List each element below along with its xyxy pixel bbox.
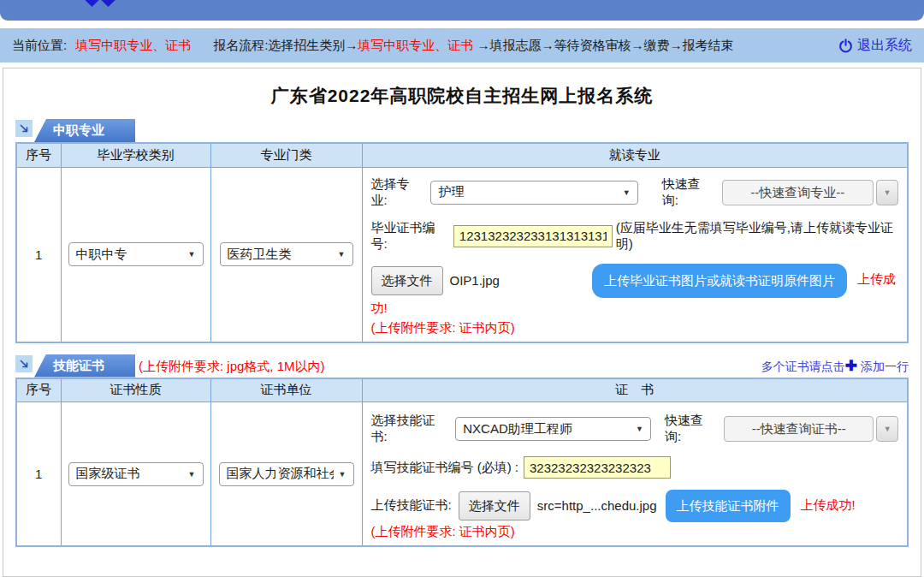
chevron-down-icon: ▼ (188, 470, 196, 479)
skill-cert-no-input[interactable] (524, 456, 671, 479)
add-row-link[interactable]: 多个证书请点击✚ 添加一行 (761, 357, 909, 378)
row-index: 1 (16, 167, 61, 342)
page-title: 广东省2022年高职院校自主招生网上报名系统 (15, 84, 909, 108)
chosen-file-name: OIP1.jpg (450, 273, 500, 288)
chevron-down-icon: ▼ (338, 250, 346, 259)
quick-query-major-combobox[interactable]: --快速查询专业-- (722, 180, 874, 205)
chosen-file-name: src=http_...chedu.jpg (537, 498, 657, 513)
school-type-value: 中职中专 (76, 247, 127, 263)
skill-cert-no-label: 填写技能证书编号 (必填) : (371, 460, 519, 476)
logout-label: 退出系统 (857, 37, 912, 55)
flow-current-step: 填写中职专业、证书 (358, 38, 473, 52)
col-header-certificate: 证 书 (362, 378, 908, 402)
upload-status: 上传成功! (801, 497, 856, 512)
col-header-index: 序号 (16, 378, 61, 402)
flow-prefix: 报名流程:选择招生类别→ (213, 38, 358, 52)
major-section-header: 中职专业 (15, 120, 909, 142)
select-skill-cert-label: 选择技能证书: (371, 413, 451, 445)
section-arrow-icon (15, 120, 33, 137)
cert-table-row: 1 国家级证书▼ 国家人力资源和社会▼ 选择技能证书: NXCAD助理工程师▼ … (16, 402, 908, 547)
cert-upload-requirement-note: (上传附件要求: jpg格式, 1M以内) (139, 359, 325, 378)
main-content: 广东省2022年高职院校自主招生网上报名系统 中职专业 序号 毕业学校类别 专业… (3, 68, 921, 577)
choose-file-button[interactable]: 选择文件 (459, 491, 530, 520)
chevron-down-icon: ▼ (623, 188, 631, 197)
breadcrumb-bar: 当前位置: 填写中职专业、证书 报名流程:选择招生类别→填写中职专业、证书 →填… (0, 28, 924, 62)
cert-unit-select[interactable]: 国家人力资源和社会▼ (219, 462, 354, 486)
breadcrumb: 当前位置: 填写中职专业、证书 报名流程:选择招生类别→填写中职专业、证书 →填… (12, 38, 838, 54)
chevron-down-icon: ▼ (339, 470, 346, 479)
col-header-major-category: 专业门类 (210, 143, 362, 167)
attachment-note: (上传附件要求: 证书内页) (371, 320, 899, 336)
current-location-label: 当前位置: (12, 38, 67, 54)
cert-nature-value: 国家级证书 (76, 466, 140, 482)
major-select-value: 护理 (438, 184, 464, 200)
major-table: 序号 毕业学校类别 专业门类 就读专业 1 中职中专▼ 医药卫生类▼ 选择专业: (15, 142, 909, 343)
school-type-select[interactable]: 中职中专▼ (68, 242, 204, 266)
top-banner (0, 0, 924, 21)
choose-file-button[interactable]: 选择文件 (371, 266, 443, 295)
skill-cert-select[interactable]: NXCAD助理工程师▼ (455, 417, 651, 441)
site-logo-icon (86, 0, 115, 4)
quick-query-cert-combobox[interactable]: --快速查询证书-- (724, 416, 874, 442)
col-header-school-type: 毕业学校类别 (61, 143, 210, 167)
quick-query-label: 快速查询: (665, 413, 719, 445)
upload-diploma-button[interactable]: 上传毕业证书图片或就读书证明原件图片 (592, 264, 847, 298)
major-table-row: 1 中职中专▼ 医药卫生类▼ 选择专业: 护理▼ 快速查询: --快速查 (16, 167, 908, 342)
cert-table: 序号 证书性质 证书单位 证 书 1 国家级证书▼ 国家人力资源和社会▼ 选择技… (15, 378, 909, 548)
major-category-value: 医药卫生类 (228, 247, 292, 263)
add-row-suffix: 添加一行 (857, 360, 909, 373)
logout-button[interactable]: 退出系统 (838, 37, 912, 55)
diploma-no-input[interactable] (453, 225, 613, 247)
tab-major-section: 中职专业 (34, 119, 135, 142)
col-header-cert-nature: 证书性质 (61, 378, 210, 402)
row-index: 1 (16, 402, 61, 547)
diploma-no-note: (应届毕业生无需填写毕业编号,请上传就读专业证明) (616, 220, 898, 253)
add-row-text: 多个证书请点击 (761, 360, 845, 373)
col-header-index: 序号 (16, 143, 61, 167)
skill-cert-value: NXCAD助理工程师 (463, 421, 572, 437)
chevron-down-icon: ▼ (636, 425, 643, 433)
current-step-value: 填写中职专业、证书 (75, 38, 191, 54)
diploma-no-label: 毕业证书编号: (371, 220, 448, 253)
tab-cert-section: 技能证书 (34, 354, 135, 378)
cert-unit-value: 国家人力资源和社会 (227, 466, 334, 482)
major-table-header-row: 序号 毕业学校类别 专业门类 就读专业 (16, 143, 908, 167)
upload-skill-cert-button[interactable]: 上传技能证书附件 (666, 490, 791, 522)
combobox-dropdown-button[interactable]: ▼ (876, 416, 898, 442)
major-category-select[interactable]: 医药卫生类▼ (220, 242, 353, 266)
major-select[interactable]: 护理▼ (430, 181, 637, 205)
flow-suffix: →填报志愿→等待资格审核→缴费→报考结束 (473, 38, 733, 52)
chevron-down-icon: ▼ (188, 250, 196, 259)
attachment-note: (上传附件要求: 证书内页) (371, 524, 899, 540)
combobox-dropdown-button[interactable]: ▼ (876, 180, 898, 205)
cert-nature-select[interactable]: 国家级证书▼ (68, 462, 204, 486)
col-header-current-major: 就读专业 (362, 143, 908, 167)
quick-query-label: 快速查询: (662, 176, 717, 209)
plus-icon: ✚ (845, 358, 857, 374)
cert-section-header: 技能证书 (上传附件要求: jpg格式, 1M以内) 多个证书请点击✚ 添加一行 (15, 355, 909, 378)
select-major-label: 选择专业: (371, 176, 426, 209)
upload-skill-cert-label: 上传技能证书: (371, 497, 452, 512)
col-header-cert-unit: 证书单位 (210, 378, 362, 402)
flow-text: 报名流程:选择招生类别→填写中职专业、证书 →填报志愿→等待资格审核→缴费→报考… (213, 38, 733, 54)
power-icon (838, 39, 853, 53)
section-arrow-icon (15, 355, 33, 372)
cert-table-header-row: 序号 证书性质 证书单位 证 书 (16, 378, 908, 402)
